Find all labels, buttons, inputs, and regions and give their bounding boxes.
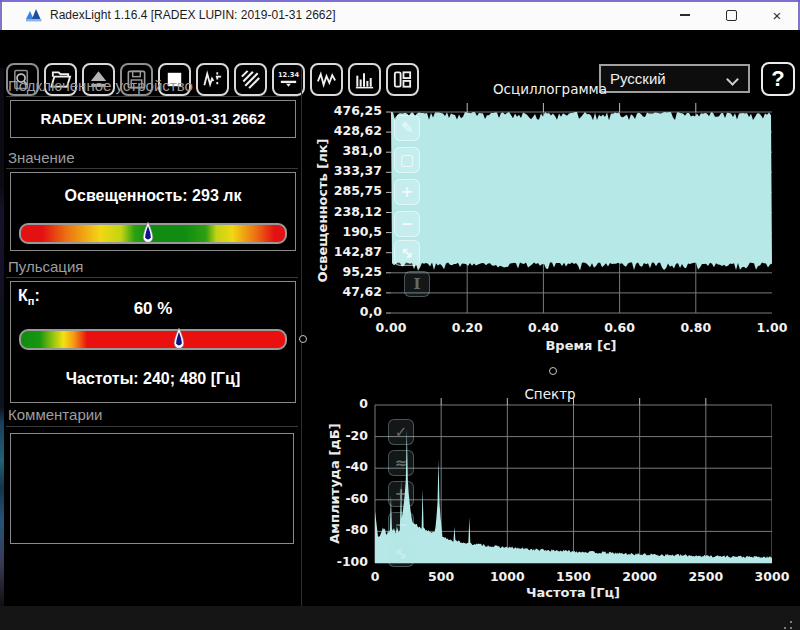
minus-icon: −: [401, 215, 414, 233]
pulsation-section-header: Пульсация: [8, 258, 83, 275]
spectrum-ytick-label: -40: [316, 459, 368, 477]
oscillogram-ytick-label: 190,5: [312, 224, 382, 242]
oscillogram-ytick-label: 381,0: [312, 143, 382, 161]
value-section-header: Значение: [8, 149, 75, 166]
pencil-icon: ✎: [401, 119, 414, 137]
maximize-icon: [726, 10, 737, 21]
illuminance-scale: [19, 223, 287, 244]
pulsation-frequencies: Частоты: 240; 480 [Гц]: [11, 370, 295, 388]
osc-annotate-button[interactable]: ✎: [394, 115, 420, 141]
divider: [6, 426, 298, 427]
horizontal-splitter-handle[interactable]: [549, 367, 557, 375]
oscillogram-ytick-label: 95,25: [312, 264, 382, 282]
spectrum-xtick-label: 0: [343, 569, 407, 584]
vertical-splitter-handle[interactable]: [299, 335, 307, 343]
spec-wave-button[interactable]: ≈: [388, 450, 414, 476]
plus-icon: +: [401, 183, 414, 201]
oscillogram-plot: [386, 90, 772, 318]
maximize-button[interactable]: [708, 0, 754, 30]
spec-check-button[interactable]: ✓: [388, 419, 414, 445]
spectrum-xtick-label: 2000: [608, 569, 672, 584]
osc-zoom-in-button[interactable]: +: [394, 179, 420, 205]
waveform-cursor-icon: [201, 68, 224, 91]
spectrum-plot: [370, 398, 772, 570]
app-icon: [25, 6, 43, 24]
spectrum-x-axis-label: Частота [Гц]: [473, 585, 673, 600]
spectrum-xtick-label: 500: [409, 569, 473, 584]
spectrum-xtick-label: 1500: [542, 569, 606, 584]
radexlight-window: RadexLight 1.16.4 [RADEX LUPIN: 2019-01-…: [0, 0, 800, 630]
oscillogram-xtick-label: 0.00: [359, 320, 423, 335]
move-icon: ↔: [390, 543, 412, 565]
oscillogram-ytick-label: 238,12: [312, 204, 382, 222]
spec-pan-button[interactable]: ↔: [388, 541, 414, 567]
close-button[interactable]: ×: [754, 0, 800, 30]
background-window-edge: [0, 68, 4, 606]
oscillogram-xtick-label: 0.20: [435, 320, 499, 335]
wave-icon: ≈: [395, 454, 408, 472]
illuminance-marker: [142, 221, 154, 245]
spectrum-xtick-label: 2500: [674, 569, 738, 584]
value-box: Освещенность: 293 лк: [10, 172, 296, 251]
device-name: RADEX LUPIN: 2019-01-31 2662: [11, 110, 295, 127]
status-bar: [0, 606, 800, 630]
divider: [6, 96, 298, 97]
window-accent-border: [0, 0, 800, 2]
spectrum-ytick-label: 0: [316, 396, 368, 414]
plus-icon: +: [395, 485, 408, 503]
oscillogram-ytick-label: 428,62: [312, 123, 382, 141]
resize-grip[interactable]: [778, 621, 780, 623]
numeric-display-icon: 12.34: [277, 68, 300, 91]
spec-zoom-in-button[interactable]: +: [388, 481, 414, 507]
pulsation-value: 60 %: [11, 299, 295, 319]
spectrum-xtick-label: 1000: [475, 569, 539, 584]
oscillogram-ytick-label: 47,62: [312, 284, 382, 302]
spectrum-ytick-label: -80: [316, 522, 368, 540]
oscillogram-xtick-label: 0.40: [511, 320, 575, 335]
illuminance-reading: Освещенность: 293 лк: [11, 187, 295, 205]
oscillogram-ytick-label: 142,87: [312, 244, 382, 262]
oscillogram-xtick-label: 0.60: [588, 320, 652, 335]
oscillogram-x-axis-label: Время [с]: [481, 338, 681, 353]
spectrum-ytick-label: -20: [316, 428, 368, 446]
pulsation-scale: [19, 329, 287, 350]
minus-icon: −: [395, 516, 408, 534]
comments-section-header: Комментарии: [8, 406, 102, 423]
pulsation-marker: [173, 327, 185, 351]
minimize-icon: [680, 14, 690, 16]
device-section-header: Подключенное устройство: [8, 77, 193, 94]
toolbar: 12.34: [0, 30, 800, 68]
minimize-button[interactable]: [662, 0, 708, 30]
oscillogram-ytick-label: 285,75: [312, 183, 382, 201]
ibeam-icon: I: [413, 275, 420, 293]
osc-cursor-button[interactable]: I: [404, 271, 430, 297]
divider: [6, 277, 298, 278]
move-icon: ↔: [396, 242, 418, 264]
window-title: RadexLight 1.16.4 [RADEX LUPIN: 2019-01-…: [50, 0, 336, 30]
spectrum-xtick-label: 3000: [740, 569, 800, 584]
spectrum-ytick-label: -60: [316, 491, 368, 509]
oscillogram-xtick-label: 0.80: [664, 320, 728, 335]
divider: [6, 168, 298, 169]
oscillogram-ytick-label: 333,37: [312, 163, 382, 181]
pulsation-box: Кп: 60 % Частоты: 240; 480 [Гц]: [10, 281, 296, 403]
record-measure-button[interactable]: [196, 63, 229, 96]
oscillogram-ytick-label: 476,25: [312, 103, 382, 121]
osc-zoom-out-button[interactable]: −: [394, 211, 420, 237]
close-icon: ×: [773, 8, 782, 23]
device-name-box: RADEX LUPIN: 2019-01-31 2662: [10, 100, 296, 138]
oscillogram-xtick-label: 1.00: [740, 320, 800, 335]
light-rays-icon: [239, 68, 262, 91]
svg-text:12.34: 12.34: [278, 71, 299, 79]
comments-textarea[interactable]: [10, 433, 294, 544]
spec-zoom-out-button[interactable]: −: [388, 512, 414, 538]
titlebar: RadexLight 1.16.4 [RADEX LUPIN: 2019-01-…: [0, 0, 800, 30]
backlight-rays-button[interactable]: [234, 63, 267, 96]
osc-pan-button[interactable]: ↔: [394, 240, 420, 266]
osc-frame-button[interactable]: ▢: [394, 147, 420, 173]
frame-icon: ▢: [400, 151, 414, 169]
check-icon: ✓: [395, 423, 408, 441]
